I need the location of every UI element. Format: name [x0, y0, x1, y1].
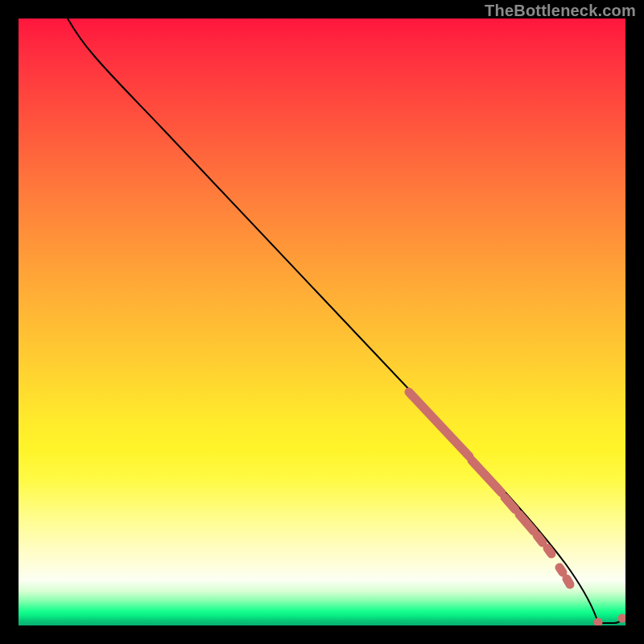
blob-segment [505, 497, 515, 510]
plot-area [19, 19, 625, 625]
highlight-blobs [409, 392, 625, 625]
blob-segment [409, 392, 469, 456]
blob-segment [472, 460, 502, 493]
blob-segment [547, 548, 551, 554]
blob-segment [519, 514, 534, 531]
blob-segment [537, 535, 543, 543]
bottleneck-curve [68, 19, 624, 623]
blob-segment [559, 568, 563, 572]
chart-stage: TheBottleneck.com [0, 0, 644, 644]
curve-series [68, 19, 624, 623]
watermark-text: TheBottleneck.com [485, 2, 636, 20]
chart-svg-layer [19, 19, 625, 625]
blob-dot [594, 618, 603, 626]
blob-segment [567, 579, 570, 584]
